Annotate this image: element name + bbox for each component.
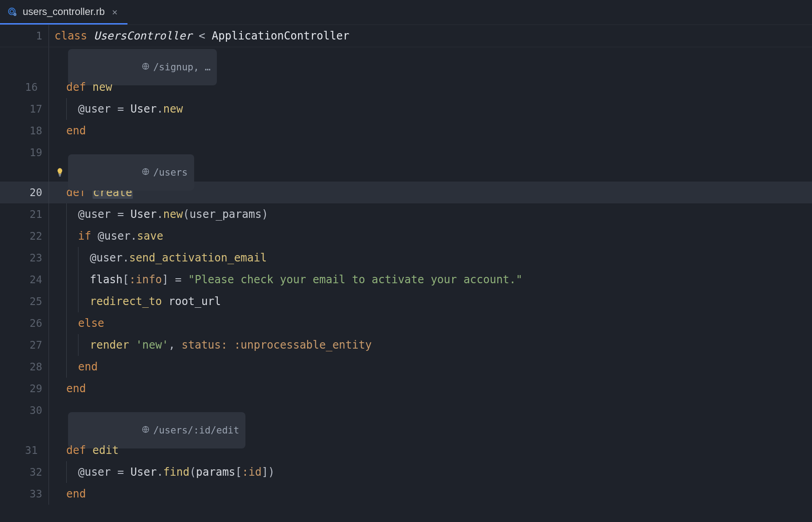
tab-users-controller[interactable]: users_controller.rb ✕ [0,0,127,25]
code-line-29[interactable]: 29 end [0,378,812,399]
route-hint-users[interactable]: /users [0,163,812,182]
code-line-18[interactable]: 18 end [0,120,812,142]
svg-rect-8 [59,176,61,177]
code-line-28[interactable]: 28 end [0,356,812,378]
tab-bar: users_controller.rb ✕ [0,0,812,25]
code-line-26[interactable]: 26 else [0,312,812,334]
globe-icon [73,156,150,189]
code-line-22[interactable]: 22 if @user.save [0,225,812,247]
code-line-24[interactable]: 24 flash[:info] = "Please check your ema… [0,269,812,291]
route-hint-edit[interactable]: /users/:id/edit [0,421,812,439]
svg-point-1 [10,10,14,13]
svg-rect-7 [59,174,61,176]
code-line-1[interactable]: 1 class UsersController < ApplicationCon… [0,25,812,47]
tab-title: users_controller.rb [23,6,105,18]
code-line-32[interactable]: 32 @user = User.find(params[:id]) [0,461,812,483]
code-line-21[interactable]: 21 @user = User.new(user_params) [0,203,812,225]
close-icon[interactable]: ✕ [110,6,119,17]
code-line-27[interactable]: 27 render 'new', status: :unprocessable_… [0,334,812,356]
code-line-17[interactable]: 17 @user = User.new [0,98,812,120]
lightbulb-icon[interactable] [55,167,64,179]
ruby-file-icon [7,7,17,17]
code-line-16[interactable]: 16 def new [0,76,812,98]
code-line-33[interactable]: 33 end [0,483,812,505]
code-line-23[interactable]: 23 @user.send_activation_email [0,247,812,269]
editor: 1 class UsersController < ApplicationCon… [0,25,812,522]
line-number: 1 [36,30,42,42]
code-line-31[interactable]: 31 def edit [0,439,812,461]
route-hint-signup[interactable]: /signup, … [0,58,812,76]
svg-point-3 [15,14,15,15]
code-line-25[interactable]: 25 redirect_to root_url [0,291,812,312]
